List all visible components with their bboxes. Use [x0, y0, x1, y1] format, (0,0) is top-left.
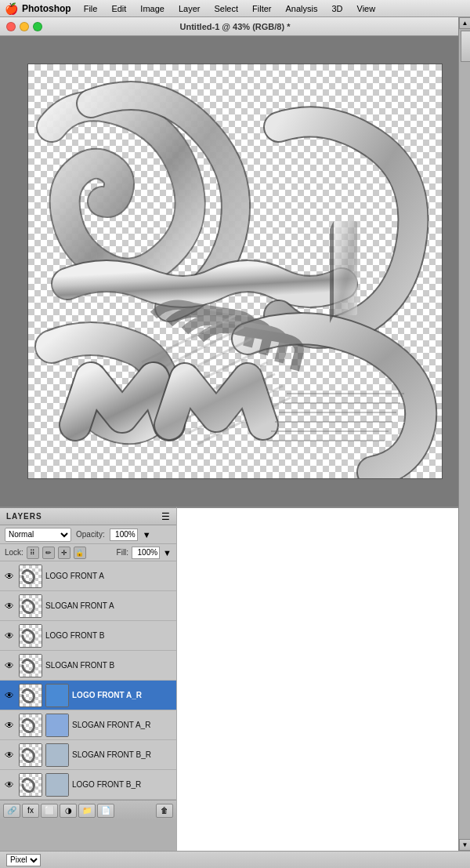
- layer-visibility-icon[interactable]: 👁: [3, 689, 16, 702]
- lock-checkerboard-button[interactable]: ⠿: [27, 547, 39, 559]
- scroll-up-button[interactable]: ▲: [459, 17, 470, 29]
- menu-image[interactable]: Image: [134, 2, 171, 15]
- layer-row[interactable]: 👁 SLOGAN FRONT A_R: [0, 710, 176, 740]
- empty-area: [177, 508, 458, 868]
- menu-filter[interactable]: Filter: [246, 2, 277, 15]
- layer-row[interactable]: 👁 LOGO FRONT A_R: [0, 681, 176, 710]
- new-group-button[interactable]: 📁: [78, 804, 96, 818]
- scroll-track[interactable]: [461, 31, 468, 62]
- new-adjustment-button[interactable]: ◑: [60, 804, 77, 818]
- scroll-down-button[interactable]: ▼: [459, 839, 470, 851]
- bottom-bar: Pixel Inch cm: [0, 851, 470, 868]
- maximize-button[interactable]: [33, 22, 42, 31]
- layer-mask-thumbnail: [45, 684, 69, 707]
- menu-items: File Edit Image Layer Select Filter Anal…: [78, 2, 382, 15]
- layer-mask-thumbnail: [45, 743, 69, 767]
- layers-panel-menu-button[interactable]: ☰: [161, 511, 170, 522]
- blend-mode-select[interactable]: Normal Multiply Screen Overlay: [5, 528, 71, 542]
- opacity-label: Opacity:: [76, 530, 105, 539]
- menu-view[interactable]: View: [351, 2, 382, 15]
- layer-row[interactable]: 👁 LOGO FRONT A: [0, 561, 176, 591]
- menu-select[interactable]: Select: [208, 2, 244, 15]
- layers-lock-row: Lock: ⠿ ✏ ✛ 🔒 Fill: ▼: [0, 544, 176, 561]
- layer-name-label: SLOGAN FRONT B_R: [72, 750, 173, 759]
- layer-visibility-icon[interactable]: 👁: [3, 719, 16, 732]
- titlebar: Untitled-1 @ 43% (RGB/8) *: [0, 17, 470, 36]
- canvas-frame[interactable]: [27, 64, 443, 479]
- layers-options-row: Normal Multiply Screen Overlay Opacity: …: [0, 525, 176, 544]
- layer-visibility-icon[interactable]: 👁: [3, 659, 16, 672]
- svg-marker-10: [330, 221, 334, 323]
- layer-thumbnail: [19, 594, 42, 618]
- layer-mask-thumbnail: [45, 773, 69, 797]
- lock-label: Lock:: [5, 548, 24, 557]
- apple-menu[interactable]: 🍎: [3, 0, 19, 17]
- layer-name-label: LOGO FRONT B_R: [72, 780, 173, 789]
- main-content-right: [176, 507, 458, 868]
- layer-row[interactable]: 👁 LOGO FRONT B: [0, 621, 176, 651]
- add-mask-button[interactable]: ⬜: [41, 804, 58, 818]
- lock-all-button[interactable]: 🔒: [74, 547, 86, 559]
- artwork-container: [28, 64, 442, 478]
- opacity-arrow[interactable]: ▼: [143, 530, 151, 539]
- lock-move-button[interactable]: ✛: [58, 547, 70, 559]
- svg-rect-9: [336, 221, 357, 315]
- lock-brush-button[interactable]: ✏: [42, 547, 55, 559]
- layer-visibility-icon[interactable]: 👁: [3, 630, 16, 642]
- menu-3d[interactable]: 3D: [325, 2, 349, 15]
- layer-thumbnail: [19, 684, 42, 707]
- layer-name-label: SLOGAN FRONT A_R: [72, 721, 173, 729]
- app-name: Photoshop: [22, 3, 71, 14]
- artwork-svg: [28, 64, 443, 479]
- window-title: Untitled-1 @ 43% (RGB/8) *: [180, 22, 291, 31]
- layer-name-label: SLOGAN FRONT B: [45, 661, 173, 670]
- layer-list: 👁 LOGO FRONT A👁 SLOGAN FRONT A👁 LOGO FRO…: [0, 561, 176, 800]
- layer-row[interactable]: 👁 SLOGAN FRONT B_R: [0, 740, 176, 770]
- layer-name-label: LOGO FRONT A_R: [72, 691, 173, 699]
- layer-visibility-icon[interactable]: 👁: [3, 570, 16, 583]
- layer-visibility-icon[interactable]: 👁: [3, 779, 16, 791]
- menu-layer[interactable]: Layer: [172, 2, 207, 15]
- layer-thumbnail: [19, 654, 42, 677]
- layer-row[interactable]: 👁 SLOGAN FRONT B: [0, 651, 176, 681]
- layers-panel-title: LAYERS: [6, 512, 42, 521]
- layers-panel: LAYERS ☰ Normal Multiply Screen Overlay …: [0, 507, 176, 820]
- canvas-area: [0, 36, 470, 507]
- layer-visibility-icon[interactable]: 👁: [3, 749, 16, 761]
- layer-mask-thumbnail: [45, 714, 69, 737]
- layers-bottom-bar: 🔗 fx ⬜ ◑ 📁 📄 🗑: [0, 800, 176, 820]
- layer-thumbnail: [19, 743, 42, 767]
- fill-input[interactable]: [132, 547, 160, 559]
- close-button[interactable]: [6, 22, 16, 31]
- pixel-unit-select[interactable]: Pixel Inch cm: [6, 854, 41, 866]
- layers-panel-header: LAYERS ☰: [0, 508, 176, 525]
- layer-thumbnail: [19, 565, 42, 588]
- menubar: 🍎 Photoshop File Edit Image Layer Select…: [0, 0, 470, 17]
- layer-row[interactable]: 👁 LOGO FRONT B_R: [0, 770, 176, 800]
- delete-layer-button[interactable]: 🗑: [156, 804, 173, 818]
- layer-name-label: SLOGAN FRONT A: [45, 601, 173, 610]
- fill-label: Fill:: [117, 548, 129, 557]
- opacity-input[interactable]: [110, 528, 138, 541]
- new-layer-button[interactable]: 📄: [97, 804, 114, 818]
- layer-effects-button[interactable]: fx: [22, 804, 39, 818]
- menu-file[interactable]: File: [78, 2, 104, 15]
- right-scrollbar[interactable]: ▲ ▼: [458, 17, 470, 868]
- fill-arrow[interactable]: ▼: [163, 548, 172, 557]
- layer-thumbnail: [19, 773, 42, 797]
- menu-edit[interactable]: Edit: [105, 2, 132, 15]
- layer-name-label: LOGO FRONT A: [45, 572, 173, 580]
- layer-thumbnail: [19, 714, 42, 737]
- menu-analysis[interactable]: Analysis: [280, 2, 324, 15]
- minimize-button[interactable]: [20, 22, 29, 31]
- layer-thumbnail: [19, 624, 42, 648]
- traffic-lights: [6, 22, 42, 31]
- layer-name-label: LOGO FRONT B: [45, 631, 173, 640]
- link-layers-button[interactable]: 🔗: [3, 804, 20, 818]
- layer-row[interactable]: 👁 SLOGAN FRONT A: [0, 591, 176, 621]
- layer-visibility-icon[interactable]: 👁: [3, 600, 16, 612]
- scroll-thumb[interactable]: [461, 31, 470, 62]
